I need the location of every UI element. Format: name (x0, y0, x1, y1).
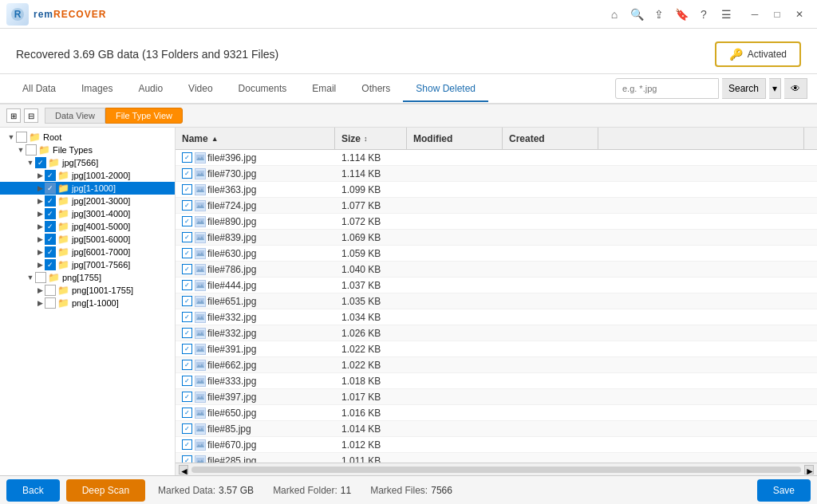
table-row[interactable]: ✓ file#650.jpg 1.016 KB (176, 405, 817, 421)
tree-checkbox-jpg3001-4000[interactable]: ✓ (45, 208, 56, 219)
table-row[interactable]: ✓ file#630.jpg 1.059 KB (176, 246, 817, 262)
tree-checkbox-jpg6001-7000[interactable]: ✓ (45, 246, 56, 258)
file-checkbox[interactable]: ✓ (182, 200, 192, 211)
collapse-all-icon[interactable]: ⊟ (24, 108, 38, 123)
file-checkbox[interactable]: ✓ (182, 392, 192, 402)
tree-checkbox-jpg7001-7566[interactable]: ✓ (45, 259, 56, 270)
file-checkbox[interactable]: ✓ (182, 296, 192, 306)
tree-toggle[interactable]: ▼ (6, 133, 16, 141)
tree-jpg3001-4000[interactable]: ▶ ✓ 📁 jpg[3001-4000] (0, 207, 175, 220)
col-header-modified[interactable]: Modified (407, 128, 503, 149)
tree-jpg5001-6000[interactable]: ▶ ✓ 📁 jpg[5001-6000] (0, 233, 175, 246)
tree-checkbox-png1-1000[interactable] (45, 297, 56, 309)
tab-others[interactable]: Others (349, 77, 403, 102)
file-type-view-tab[interactable]: File Type View (105, 108, 183, 124)
file-checkbox[interactable]: ✓ (182, 408, 192, 418)
tree-toggle[interactable]: ▶ (35, 248, 45, 256)
tree-png1001-1755[interactable]: ▶ 📁 png[1001-1755] (0, 284, 175, 297)
file-checkbox[interactable]: ✓ (182, 360, 192, 370)
table-row[interactable]: ✓ file#285.jpg 1.011 KB (176, 453, 817, 463)
table-row[interactable]: ✓ file#662.jpg 1.022 KB (176, 357, 817, 373)
expand-all-icon[interactable]: ⊞ (6, 108, 21, 123)
col-header-size[interactable]: Size ↕ (335, 128, 407, 149)
table-row[interactable]: ✓ file#396.jpg 1.114 KB (176, 150, 817, 166)
help-icon[interactable]: ? (696, 6, 712, 22)
tree-root[interactable]: ▼ 📁 Root (0, 131, 175, 144)
file-checkbox[interactable]: ✓ (182, 184, 192, 195)
table-row[interactable]: ✓ file#333.jpg 1.018 KB (176, 373, 817, 389)
table-row[interactable]: ✓ file#332.jpg 1.026 KB (176, 325, 817, 341)
home-icon[interactable]: ⌂ (606, 6, 622, 22)
tree-toggle[interactable]: ▼ (26, 159, 35, 167)
hscroll-right[interactable]: ► (804, 465, 814, 474)
eye-button[interactable]: 👁 (784, 78, 807, 99)
bookmark-icon[interactable]: 🔖 (673, 6, 689, 22)
tree-checkbox-jpg5001-6000[interactable]: ✓ (45, 234, 56, 245)
tree-jpg6001-7000[interactable]: ▶ ✓ 📁 jpg[6001-7000] (0, 246, 175, 258)
col-header-name[interactable]: Name ▲ (176, 128, 335, 149)
maximize-button[interactable]: □ (766, 6, 788, 22)
tab-video[interactable]: Video (176, 77, 225, 102)
tree-toggle[interactable]: ▶ (35, 261, 45, 269)
menu-icon[interactable]: ☰ (718, 6, 734, 22)
share-icon[interactable]: ⇪ (651, 6, 667, 22)
tree-jpg1001-2000[interactable]: ▶ ✓ 📁 jpg[1001-2000] (0, 169, 175, 182)
table-row[interactable]: ✓ file#670.jpg 1.012 KB (176, 437, 817, 453)
tab-documents[interactable]: Documents (226, 77, 300, 102)
tree-checkbox-jpg2001-3000[interactable]: ✓ (45, 195, 56, 207)
file-checkbox[interactable]: ✓ (182, 216, 192, 226)
table-row[interactable]: ✓ file#391.jpg 1.022 KB (176, 341, 817, 357)
tree-toggle[interactable]: ▶ (35, 222, 45, 230)
tree-toggle[interactable]: ▶ (35, 235, 45, 243)
tree-checkbox-filetypes[interactable] (26, 144, 37, 156)
file-checkbox[interactable]: ✓ (182, 312, 192, 322)
tree-checkbox-jpg1-1000[interactable]: ✓ (45, 183, 56, 194)
tree-jpg7001-7566[interactable]: ▶ ✓ 📁 jpg[7001-7566] (0, 258, 175, 271)
table-row[interactable]: ✓ file#397.jpg 1.017 KB (176, 389, 817, 405)
file-checkbox[interactable]: ✓ (182, 328, 192, 338)
tab-audio[interactable]: Audio (125, 77, 176, 102)
tree-checkbox-png1755[interactable] (35, 272, 46, 283)
file-checkbox[interactable]: ✓ (182, 280, 192, 290)
search-dropdown[interactable]: ▾ (769, 78, 781, 99)
tree-checkbox-png1001-1755[interactable] (45, 285, 56, 296)
horizontal-scrollbar[interactable]: ◄ ► (176, 463, 817, 475)
tree-checkbox-jpg1001-2000[interactable]: ✓ (45, 170, 56, 181)
table-row[interactable]: ✓ file#890.jpg 1.072 KB (176, 214, 817, 230)
tree-jpg1-1000[interactable]: ▶ ✓ 📁 jpg[1-1000] (0, 182, 175, 195)
data-view-tab[interactable]: Data View (45, 108, 105, 124)
tree-png1-1000[interactable]: ▶ 📁 png[1-1000] (0, 297, 175, 309)
table-row[interactable]: ✓ file#651.jpg 1.035 KB (176, 293, 817, 309)
col-header-created[interactable]: Created (503, 128, 598, 149)
table-row[interactable]: ✓ file#332.jpg 1.034 KB (176, 309, 817, 325)
tree-toggle[interactable]: ▶ (35, 197, 45, 205)
tab-images[interactable]: Images (69, 77, 125, 102)
tab-email[interactable]: Email (299, 77, 349, 102)
table-row[interactable]: ✓ file#839.jpg 1.069 KB (176, 230, 817, 246)
file-checkbox[interactable]: ✓ (182, 152, 192, 163)
search-input[interactable] (615, 78, 719, 99)
file-checkbox[interactable]: ✓ (182, 264, 192, 274)
table-row[interactable]: ✓ file#444.jpg 1.037 KB (176, 278, 817, 293)
tab-all-data[interactable]: All Data (10, 77, 69, 102)
file-checkbox[interactable]: ✓ (182, 168, 192, 179)
deep-scan-button[interactable]: Deep Scan (66, 479, 145, 502)
tree-checkbox-jpg7566[interactable]: ✓ (35, 157, 46, 168)
file-checkbox[interactable]: ✓ (182, 376, 192, 386)
tree-jpg4001-5000[interactable]: ▶ ✓ 📁 jpg[4001-5000] (0, 220, 175, 233)
close-button[interactable]: ✕ (788, 6, 811, 22)
table-row[interactable]: ✓ file#724.jpg 1.077 KB (176, 198, 817, 214)
tree-toggle[interactable]: ▶ (35, 184, 45, 192)
hscroll-left[interactable]: ◄ (179, 465, 188, 474)
search-button[interactable]: Search (722, 78, 766, 99)
file-checkbox[interactable]: ✓ (182, 439, 192, 450)
tree-toggle[interactable]: ▼ (16, 146, 26, 154)
table-row[interactable]: ✓ file#786.jpg 1.040 KB (176, 262, 817, 278)
hscroll-track[interactable] (191, 467, 801, 473)
tab-show-deleted[interactable]: Show Deleted (403, 77, 488, 102)
file-checkbox[interactable]: ✓ (182, 344, 192, 354)
file-checkbox[interactable]: ✓ (182, 423, 192, 434)
table-row[interactable]: ✓ file#363.jpg 1.099 KB (176, 182, 817, 198)
tree-toggle[interactable]: ▶ (35, 171, 45, 179)
activated-button[interactable]: 🔑 Activated (715, 41, 801, 67)
